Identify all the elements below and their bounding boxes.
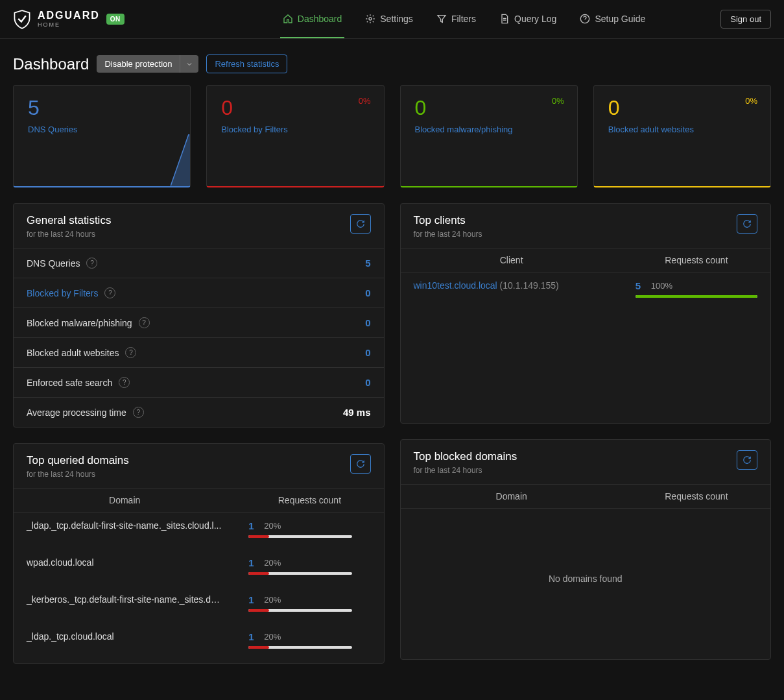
stat-row-value: 0 [365, 287, 370, 298]
brand-sub: HOME [38, 22, 100, 28]
request-pct: 100% [651, 281, 672, 291]
nav-label: Filters [451, 14, 476, 24]
stat-card-blocked-filters: 0% 0 Blocked by Filters [206, 85, 384, 187]
help-circle-icon [580, 14, 590, 24]
request-pct: 20% [264, 558, 281, 568]
nav-label: Query Log [514, 14, 556, 24]
stat-row: Blocked malware/phishing?0 [14, 308, 384, 337]
nav-setup-guide[interactable]: Setup Guide [577, 1, 648, 38]
svg-point-0 [369, 18, 372, 20]
logo[interactable]: ADGUARD HOME ON [13, 10, 125, 29]
table-row: win10test.cloud.local (10.1.149.155)5100… [401, 272, 771, 310]
col-requests: Requests count [623, 485, 770, 509]
request-count: 1 [248, 557, 256, 568]
stat-value: 0 [608, 97, 756, 118]
panel-title: Top queried domains [27, 454, 129, 467]
stat-row-value: 0 [365, 317, 370, 328]
nav-dashboard[interactable]: Dashboard [280, 1, 345, 38]
stat-pct: 0% [552, 96, 564, 106]
requests-cell: 120% [235, 549, 383, 586]
disable-protection-button[interactable]: Disable protection [97, 55, 180, 73]
help-icon[interactable]: ? [86, 258, 97, 269]
domain-cell: _ldap._tcp.cloud.local [14, 623, 235, 660]
help-icon[interactable]: ? [104, 287, 115, 298]
help-icon[interactable]: ? [119, 377, 130, 388]
panel-title: Top clients [414, 214, 482, 227]
home-icon [283, 14, 293, 24]
panel-general-stats: General statistics for the last 24 hours… [13, 203, 385, 428]
sparkline-icon [171, 134, 190, 186]
stat-row-label: DNS Queries [27, 258, 80, 269]
disable-protection-chevron[interactable] [180, 55, 198, 73]
chevron-down-icon [185, 60, 193, 68]
panel-top-blocked: Top blocked domains for the last 24 hour… [400, 439, 772, 660]
disable-protection-dropdown: Disable protection [97, 55, 198, 73]
stat-row-label: Blocked adult websites [27, 348, 119, 358]
requests-cell: 120% [235, 513, 383, 549]
request-count: 5 [636, 280, 643, 291]
requests-cell: 120% [235, 623, 383, 660]
stat-label-link[interactable]: DNS Queries [28, 125, 176, 134]
help-icon[interactable]: ? [133, 407, 144, 418]
help-icon[interactable]: ? [139, 317, 150, 328]
stat-pct: 0% [359, 96, 371, 106]
request-count: 1 [248, 520, 256, 531]
refresh-panel-button[interactable] [350, 454, 371, 474]
request-count: 1 [248, 594, 256, 605]
refresh-icon [356, 219, 365, 228]
stat-row: Blocked by Filters?0 [14, 278, 384, 308]
refresh-stats-button[interactable]: Refresh statistics [206, 54, 287, 73]
client-link[interactable]: win10test.cloud.local (10.1.149.155) [414, 280, 559, 291]
stat-row-value: 0 [365, 377, 370, 388]
request-pct: 20% [264, 595, 281, 605]
panel-subtitle: for the last 24 hours [414, 230, 482, 239]
nav-label: Setup Guide [595, 14, 645, 24]
panel-title: Top blocked domains [414, 450, 517, 463]
stat-row-label: Average processing time [27, 407, 126, 418]
filter-icon [436, 14, 447, 24]
nav-query-log[interactable]: Query Log [497, 1, 559, 38]
empty-message: No domains found [401, 509, 771, 649]
refresh-panel-button[interactable] [737, 450, 757, 470]
stat-pct: 0% [745, 96, 757, 106]
signout-button[interactable]: Sign out [720, 10, 771, 29]
main-nav: Dashboard Settings Filters Query Log Set… [280, 1, 648, 38]
domain-cell: _ldap._tcp.default-first-site-name._site… [14, 513, 235, 549]
requests-cell: 120% [235, 586, 383, 623]
stat-row: Blocked adult websites?0 [14, 337, 384, 367]
table-row: _ldap._tcp.default-first-site-name._site… [14, 513, 384, 549]
stat-card-dns-queries: 5 DNS Queries [13, 85, 191, 187]
page-header: Dashboard Disable protection Refresh sta… [0, 39, 784, 85]
col-requests: Requests count [623, 248, 770, 272]
domain-cell: wpad.cloud.local [14, 549, 235, 586]
request-pct: 20% [264, 521, 281, 531]
stat-value: 0 [415, 97, 563, 118]
requests-cell: 120% [235, 660, 383, 663]
request-pct: 20% [264, 632, 281, 642]
panel-subtitle: for the last 24 hours [27, 470, 129, 479]
refresh-icon [742, 455, 752, 465]
page-title: Dashboard [13, 55, 89, 73]
help-icon[interactable]: ? [125, 347, 136, 358]
app-header: ADGUARD HOME ON Dashboard Settings Filte… [0, 0, 784, 39]
right-column: Top clients for the last 24 hours Client… [400, 203, 772, 664]
refresh-panel-button[interactable] [350, 214, 371, 234]
stat-label-link[interactable]: Blocked malware/phishing [415, 125, 563, 134]
nav-label: Settings [380, 14, 413, 24]
stat-label-link[interactable]: Blocked by Filters [221, 125, 369, 134]
stat-row: DNS Queries?5 [14, 248, 384, 278]
gear-icon [365, 14, 375, 24]
stat-value: 5 [28, 97, 176, 118]
status-badge: ON [106, 14, 125, 25]
stat-label-link[interactable]: Blocked adult websites [608, 125, 756, 134]
nav-settings[interactable]: Settings [362, 1, 416, 38]
nav-label: Dashboard [298, 14, 342, 24]
panel-subtitle: for the last 24 hours [414, 466, 517, 475]
refresh-panel-button[interactable] [737, 214, 757, 234]
nav-filters[interactable]: Filters [434, 1, 479, 38]
col-domain: Domain [14, 489, 235, 513]
document-icon [499, 14, 510, 24]
refresh-icon [742, 219, 752, 228]
stat-row-label[interactable]: Blocked by Filters [27, 288, 98, 298]
stat-row-value: 49 ms [343, 407, 371, 418]
